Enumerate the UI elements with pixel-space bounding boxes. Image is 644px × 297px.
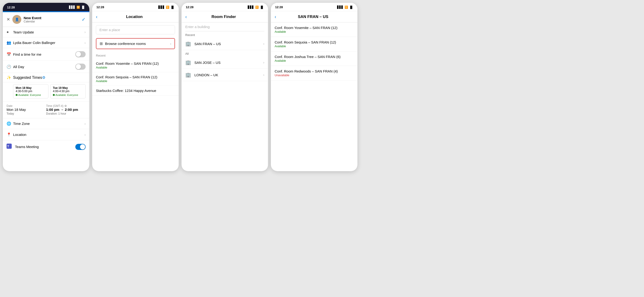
timezone-row[interactable]: 🌐 Time Zone › — [3, 118, 89, 129]
status-icons-3: ▋▋▋ 🛜 ▐▌ — [248, 6, 264, 9]
teams-toggle[interactable] — [75, 144, 86, 150]
room-item-2[interactable]: Conf. Room Sequoia – SAN FRAN (12) Avail… — [271, 37, 358, 52]
building-search-wrapper: Enter a building — [182, 22, 268, 31]
event-name-row[interactable]: ● Team Update › — [3, 27, 89, 38]
find-time-row[interactable]: 📅 Find a time for me — [3, 48, 89, 60]
suggested-times-label: Suggested Times — [13, 76, 42, 80]
san-fran-header: ‹ SAN FRAN – US — [271, 11, 358, 22]
back-button-2[interactable]: ‹ — [96, 14, 100, 20]
building-icon-2: 🏢 — [185, 60, 191, 65]
all-day-row[interactable]: 🕐 All Day — [3, 60, 89, 73]
avail-dot-1 — [16, 94, 18, 96]
search-placeholder-2: Enter a place — [100, 28, 120, 32]
all-section-label-3: All — [182, 50, 268, 56]
building-item-london[interactable]: 🏢 LONDON – UK › — [182, 69, 268, 81]
chevron-icon-browse: › — [170, 42, 171, 46]
settings-icon[interactable]: ⚙ — [64, 104, 67, 108]
teams-row[interactable]: T Teams Meeting — [3, 140, 89, 153]
find-time-label: Find a time for me — [13, 52, 75, 56]
battery-icon-4: ▐▌ — [349, 6, 353, 9]
location-pin-icon: 📍 — [6, 132, 13, 137]
location-row[interactable]: 📍 Location › — [3, 129, 89, 140]
timezone-label: Time Zone — [13, 122, 84, 126]
back-button-4[interactable]: ‹ — [275, 14, 279, 20]
wifi-icon-3: 🛜 — [255, 6, 259, 9]
room-3-avail: Available — [275, 59, 354, 62]
attendees-row[interactable]: 👥 Lydia Bauer Colin Ballinger › — [3, 38, 89, 48]
status-time-3: 12:28 — [186, 6, 194, 9]
room-item-3[interactable]: Conf. Room Joshua Tree – SAN FRAN (6) Av… — [271, 52, 358, 66]
battery-icon-2: ▐▌ — [170, 6, 174, 9]
slot1-time: 4:30-5:00 pm — [16, 90, 46, 93]
recent-item-1-avail: Available — [96, 66, 175, 69]
chevron-icon-sanjose: › — [263, 60, 264, 64]
close-button[interactable]: ✕ — [6, 17, 10, 22]
screen4-san-fran: 12:28 ▋▋▋ 🛜 ▐▌ ‹ SAN FRAN – US Conf. Roo… — [271, 3, 358, 171]
battery-icon-3: ▐▌ — [260, 6, 264, 9]
date-label: Date — [6, 104, 46, 108]
signal-icon-4: ▋▋▋ — [337, 6, 344, 9]
event-title-header: New Event — [24, 16, 42, 20]
chevron-icon-tz: › — [84, 122, 86, 126]
room-item-1[interactable]: Conf. Room Yosemite – SAN FRAN (12) Avai… — [271, 22, 358, 37]
teams-label: Teams Meeting — [15, 145, 75, 149]
back-button-3[interactable]: ‹ — [185, 14, 190, 20]
event-name-field[interactable]: Team Update — [13, 30, 84, 34]
status-icons-4: ▋▋▋ 🛜 ▐▌ — [337, 6, 353, 9]
clock-icon: 🕐 — [6, 64, 13, 69]
signal-icon-2: ▋▋▋ — [158, 6, 165, 9]
building-london-label: LONDON – UK — [194, 73, 263, 77]
recent-item-1[interactable]: Conf. Room Yosemite – SAN FRAN (12) Avai… — [92, 59, 179, 72]
attendees-field[interactable]: Lydia Bauer Colin Ballinger — [13, 41, 84, 45]
room-finder-header: ‹ Room Finder — [182, 11, 268, 22]
location-search-input[interactable]: Enter a place — [96, 25, 175, 34]
building-sanjose-label: SAN JOSE – US — [194, 60, 263, 64]
time-slot-2[interactable]: Tue 19 May 4:00-4:30 pm Available: Every… — [50, 84, 86, 98]
filter-icon[interactable]: ⚙ — [42, 75, 46, 80]
status-time-4: 12:28 — [275, 6, 283, 9]
recent-section-label-3: Recent — [182, 31, 268, 38]
recent-item-3[interactable]: Starbucks Coffee: 1234 Happy Avenue — [92, 86, 179, 96]
room-4-avail: Unavailable — [275, 74, 354, 77]
find-time-toggle[interactable] — [75, 51, 86, 57]
room-item-4[interactable]: Conf. Room Redwoods – SAN FRAN (4) Unava… — [271, 66, 358, 80]
teams-icon: T — [6, 144, 13, 150]
calendar-icon: 📅 — [6, 52, 13, 56]
browse-conference-rooms-button[interactable]: ⊞ Browse conference rooms › — [96, 38, 175, 49]
status-bar-1: 12:28 ▋▋▋ 🛜 ▐▌ — [3, 3, 89, 11]
time-section: Time (GMT-4) ⚙ 1:00 pm → 2:00 pm Duratio… — [46, 104, 86, 115]
time-value[interactable]: 1:00 pm → 2:00 pm — [46, 108, 86, 112]
date-value[interactable]: Mon 18 May — [6, 108, 46, 112]
room-3-title: Conf. Room Joshua Tree – SAN FRAN (6) — [275, 55, 354, 59]
confirm-button[interactable]: ✓ — [82, 16, 86, 22]
location-header: ‹ Location — [92, 11, 179, 22]
room-2-avail: Available — [275, 45, 354, 48]
header-titles: New Event Calendar — [24, 16, 42, 23]
room-2-title: Conf. Room Sequoia – SAN FRAN (12) — [275, 40, 354, 44]
status-time-1: 12:28 — [7, 6, 15, 9]
screen2-location: 12:28 ▋▋▋ 🛜 ▐▌ ‹ Location Enter a place … — [92, 3, 179, 171]
date-section: Date Mon 18 May Today — [6, 104, 46, 115]
time-slot-1[interactable]: Mon 18 May 4:30-5:00 pm Available: Every… — [13, 84, 48, 98]
recent-item-2-title: Conf. Room Sequoia – SAN FRAN (12) — [96, 75, 175, 79]
building-item-sanfran[interactable]: 🏢 SAN FRAN – US › — [182, 38, 268, 50]
building-search-input[interactable]: Enter a building — [185, 22, 264, 31]
magic-icon: ✨ — [6, 75, 13, 80]
building-icon-3: 🏢 — [185, 72, 191, 78]
date-time-block: Date Mon 18 May Today Time (GMT-4) ⚙ 1:0… — [3, 102, 89, 118]
building-item-sanjose[interactable]: 🏢 SAN JOSE – US › — [182, 56, 268, 69]
people-icon: 👥 — [6, 40, 13, 45]
all-day-toggle[interactable] — [75, 64, 86, 70]
signal-icon-1: ▋▋▋ — [69, 6, 75, 9]
recent-item-2[interactable]: Conf. Room Sequoia – SAN FRAN (12) Avail… — [92, 72, 179, 86]
suggested-times-row[interactable]: ✨ Suggested Times ⚙ — [3, 73, 89, 82]
browse-label: Browse conference rooms — [105, 42, 170, 46]
status-bar-3: 12:28 ▋▋▋ 🛜 ▐▌ — [182, 3, 268, 11]
room-4-title: Conf. Room Redwoods – SAN FRAN (4) — [275, 69, 354, 73]
screen3-room-finder: 12:28 ▋▋▋ 🛜 ▐▌ ‹ Room Finder Enter a bui… — [182, 3, 268, 171]
wifi-icon-4: 🛜 — [344, 6, 348, 9]
building-icon-1: 🏢 — [185, 41, 191, 46]
screen3-title: Room Finder — [190, 14, 258, 19]
slot1-date: Mon 18 May — [16, 86, 46, 90]
recent-item-2-avail: Available — [96, 80, 175, 83]
